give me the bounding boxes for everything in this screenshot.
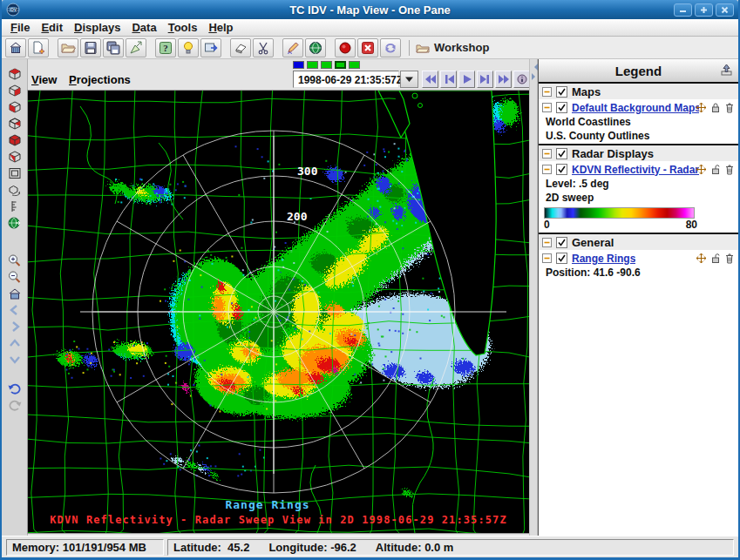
rewind-button[interactable] [422,71,438,88]
menu-view[interactable]: View [31,73,57,86]
move-display-icon[interactable] [696,164,707,175]
range-rings-link[interactable]: Range Rings [572,253,635,265]
pencil-icon [285,40,301,56]
legend-item-default-maps: Default Background Maps [539,99,738,116]
collapse-range-rings-icon[interactable] [542,253,552,263]
globe-view-button[interactable] [4,215,25,231]
collapse-general-icon[interactable] [542,238,552,247]
frame-box-1[interactable] [293,61,304,69]
frame-box-4-current[interactable] [335,61,346,69]
collapse-radar-icon[interactable] [542,149,552,159]
move-display-icon[interactable] [696,102,707,113]
unlock-icon[interactable] [710,164,721,175]
lock-icon[interactable] [710,102,721,113]
pan-left-button[interactable] [4,302,25,318]
pan-up-button[interactable] [4,335,25,351]
general-visibility-checkbox[interactable] [556,237,567,248]
range-rings-visibility-checkbox[interactable] [556,253,567,264]
view-cube-south-button[interactable] [4,99,25,115]
menu-data[interactable]: Data [132,21,156,34]
show-tips-button[interactable] [178,38,199,57]
view-2d-button[interactable] [4,165,25,181]
view-cube-east-button[interactable] [4,83,25,98]
home-view-icon [7,287,23,300]
trash-icon[interactable] [724,164,735,175]
redo-button[interactable] [4,397,25,413]
menu-projections[interactable]: Projections [69,73,131,86]
default-maps-visibility-checkbox[interactable] [556,102,567,113]
open-bundle-button[interactable] [58,38,78,57]
unlock-icon[interactable] [710,253,721,264]
step-back-button[interactable] [440,71,457,88]
kdvn-reflectivity-link[interactable]: KDVN Reflectivity - Radar _ [572,164,699,176]
frame-box-2[interactable] [307,61,318,69]
trash-icon[interactable] [724,102,735,113]
export-button[interactable] [126,38,146,57]
close-display-button[interactable] [357,38,378,57]
trash-icon[interactable] [724,253,735,264]
menu-file[interactable]: File [10,21,30,34]
animation-properties-button[interactable] [513,71,530,88]
chevron-up-icon [7,336,23,350]
fast-forward-button[interactable] [495,71,512,88]
view-cube-west-button[interactable] [4,116,25,132]
pan-down-button[interactable] [4,352,25,368]
title-bar[interactable]: IDV TC IDV - Map View - One Pane [2,0,738,19]
move-display-icon[interactable] [696,253,707,264]
collapse-maps-icon[interactable] [542,87,552,97]
workshop-button[interactable]: Workshop [416,41,489,54]
record-image-button[interactable] [335,38,356,57]
home-view-button[interactable] [4,286,25,301]
globe-button[interactable] [305,38,326,57]
collapse-kdvn-icon[interactable] [542,165,552,174]
frame-box-5[interactable] [349,61,360,69]
default-background-maps-link[interactable]: Default Background Maps [572,102,699,114]
rotate-view-button[interactable] [4,182,25,198]
collapse-left-icon[interactable] [531,64,538,71]
kdvn-visibility-checkbox[interactable] [556,164,567,175]
float-legend-icon[interactable] [720,64,733,79]
time-field[interactable]: 1998-06-29 21:35:57Z [293,71,399,88]
legend-detail-level: Level: .5 deg [539,178,738,192]
step-forward-button[interactable] [477,71,493,88]
chevron-left-icon [7,303,23,317]
pan-right-button[interactable] [4,319,25,334]
save-button[interactable] [80,38,101,57]
drawing-button[interactable] [282,38,303,57]
zoom-out-button[interactable] [4,269,25,285]
colorbar-max-label: 80 [686,219,697,233]
maximize-button[interactable] [695,3,713,17]
help-button[interactable]: ? [155,38,176,57]
menu-tools[interactable]: Tools [168,21,198,34]
new-display-button[interactable] [28,38,49,57]
view-cube-front-button[interactable] [4,132,25,148]
minimize-button[interactable] [674,3,692,17]
maps-visibility-checkbox[interactable] [556,86,567,98]
collapse-right-icon[interactable] [532,73,539,80]
next-display-button[interactable] [200,38,221,57]
view-cube-top-button[interactable] [4,66,25,82]
vertical-scale-button[interactable] [4,199,25,214]
menu-edit[interactable]: Edit [41,21,63,34]
menu-help[interactable]: Help [208,21,233,34]
undo-button[interactable] [4,381,25,396]
close-button[interactable] [716,3,734,17]
home-button[interactable] [5,38,26,57]
collapse-default-maps-icon[interactable] [542,103,552,112]
save-as-button[interactable] [103,38,124,57]
erase-button[interactable] [230,38,251,57]
frame-box-3[interactable] [321,61,332,69]
cube-south-icon [7,100,23,114]
radar-visibility-checkbox[interactable] [556,148,567,159]
map-display[interactable]: 300 200 Range Rings KDVN Reflectivity - … [28,91,529,533]
zoom-in-button[interactable] [4,253,25,268]
status-bar: Memory: 101/191/954 MB Latitude: 45.2 Lo… [2,536,738,557]
menu-displays[interactable]: Displays [74,21,120,34]
cut-button[interactable] [253,38,274,57]
next-display-icon [203,40,219,56]
time-dropdown-button[interactable] [400,71,418,88]
view-cube-corner-button[interactable] [4,149,25,165]
play-button[interactable] [458,71,475,88]
refresh-button[interactable] [380,38,401,57]
panel-splitter[interactable] [529,59,538,536]
